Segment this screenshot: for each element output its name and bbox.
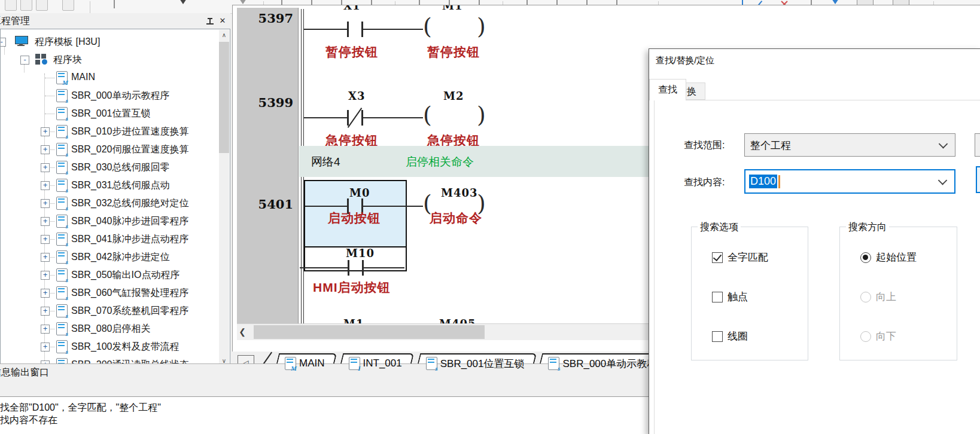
program-file-icon: s bbox=[56, 179, 68, 192]
tree-item[interactable]: + s SBR_080启停相关 bbox=[1, 320, 230, 338]
device-label: M403 bbox=[441, 187, 478, 199]
radio-label: 向上 bbox=[876, 290, 896, 304]
radio-icon[interactable] bbox=[860, 331, 871, 342]
program-file-icon: s bbox=[56, 322, 68, 335]
tree-expander[interactable]: + bbox=[41, 307, 50, 316]
search-content-value: D100 bbox=[749, 175, 777, 188]
contact-comment: 启动按钮 bbox=[328, 210, 381, 227]
partial-device-label: X1 bbox=[340, 5, 376, 13]
coil-symbol[interactable]: ) bbox=[477, 15, 486, 38]
contact-symbol[interactable] bbox=[347, 22, 349, 37]
checkbox-icon[interactable] bbox=[712, 252, 723, 263]
scroll-up-icon[interactable]: ∧ bbox=[219, 30, 229, 40]
radio-label: 向下 bbox=[876, 329, 896, 343]
dialog-tab[interactable]: 查找 bbox=[649, 79, 686, 100]
tree-item[interactable]: + s SBR_020伺服位置速度换算 bbox=[1, 140, 230, 158]
toolbar-icon-fragment[interactable] bbox=[36, 0, 48, 11]
tree-scrollbar[interactable]: ∧ ∨ bbox=[219, 30, 229, 366]
tree-expander[interactable]: - bbox=[20, 56, 29, 65]
tree-item[interactable]: + s SBR_041脉冲步进点动程序 bbox=[1, 230, 230, 248]
tree-item-label: SBR_001位置互锁 bbox=[71, 108, 151, 120]
tree-expander[interactable]: + bbox=[41, 235, 50, 244]
coil-symbol[interactable]: ( bbox=[423, 15, 432, 38]
tree-item[interactable]: + s SBR_100发料及皮带流程 bbox=[1, 338, 230, 356]
coil-symbol[interactable]: ) bbox=[477, 103, 486, 126]
toolbar-icon-fragment[interactable] bbox=[239, 0, 246, 4]
tree-expander[interactable]: + bbox=[41, 217, 50, 226]
tree-item-root[interactable]: - 程序模板 [H3U] bbox=[1, 33, 230, 51]
clipped-primary-button[interactable] bbox=[976, 166, 980, 193]
tree-item-program-blocks[interactable]: - 程序块 bbox=[1, 51, 230, 69]
tree-guide-stub bbox=[45, 114, 54, 114]
tree-expander[interactable]: + bbox=[41, 343, 50, 352]
tree-item-label: 程序模板 [H3U] bbox=[35, 36, 100, 48]
document-tab-label: SBR_000单动示教程序 bbox=[562, 357, 649, 371]
tree-expander[interactable]: + bbox=[41, 325, 50, 334]
coil-symbol[interactable]: ( bbox=[423, 103, 432, 126]
scroll-left-icon[interactable]: ❮ bbox=[237, 324, 248, 340]
tree-item[interactable]: + s SBR_060气缸报警处理程序 bbox=[1, 284, 230, 302]
tree-expander[interactable]: + bbox=[41, 127, 50, 136]
tree-item[interactable]: + s SBR_010步进位置速度换算 bbox=[1, 123, 230, 140]
group-legend: 搜索方向 bbox=[846, 221, 889, 234]
tree-expander[interactable]: + bbox=[41, 289, 50, 298]
toolbar-icon-fragment[interactable] bbox=[20, 0, 32, 11]
tree-item[interactable]: + s SBR_031总线伺服点动 bbox=[1, 176, 230, 194]
dialog-titlebar[interactable]: 查找/替换/定位 bbox=[649, 49, 980, 73]
tree-item[interactable]: + s SBR_032总线伺服绝对定位 bbox=[1, 194, 230, 212]
network-name: 网络4 bbox=[311, 154, 340, 170]
search-scope-select[interactable]: 整个工程 bbox=[744, 133, 955, 157]
program-file-icon: s bbox=[56, 143, 68, 156]
tree-expander[interactable]: - bbox=[0, 38, 6, 47]
toolbar-icon-fragment[interactable] bbox=[832, 0, 839, 4]
contact-symbol[interactable] bbox=[348, 260, 349, 276]
clipped-button[interactable] bbox=[975, 133, 980, 157]
radio-icon[interactable] bbox=[860, 292, 871, 302]
tree-item[interactable]: + s SBR_070系统整机回零程序 bbox=[1, 302, 230, 320]
checkbox-icon[interactable] bbox=[712, 331, 723, 342]
search-option-checkbox[interactable]: 全字匹配 bbox=[712, 250, 768, 264]
search-content-input[interactable]: D100 bbox=[744, 169, 955, 194]
tree-item[interactable]: + s SBR_050输出IO点动程序 bbox=[1, 266, 230, 284]
scrollbar-thumb[interactable] bbox=[254, 325, 485, 339]
toolbar-icon-fragment[interactable] bbox=[5, 0, 17, 11]
tree-expander[interactable]: + bbox=[41, 145, 50, 154]
partial-device-label: M1 bbox=[343, 317, 379, 323]
dialog-tab-strip: 查找 替换 批量替换 转至 bbox=[649, 79, 980, 100]
radio-icon[interactable] bbox=[860, 252, 871, 263]
search-option-checkbox[interactable]: 触点 bbox=[712, 290, 748, 304]
tree-expander[interactable]: + bbox=[41, 163, 50, 172]
search-direction-radio[interactable]: 起始位置 bbox=[860, 250, 917, 264]
search-direction-radio[interactable]: 向上 bbox=[860, 290, 896, 304]
contact-comment: 暂停按钮 bbox=[325, 44, 378, 60]
radio-label: 起始位置 bbox=[876, 250, 917, 264]
ladder-hscrollbar[interactable]: ❮ bbox=[237, 323, 650, 340]
coil-comment: 暂停按钮 bbox=[427, 44, 480, 60]
rung-number: 5401 bbox=[237, 197, 293, 212]
contact-symbol[interactable] bbox=[347, 110, 349, 126]
tree-item[interactable]: + s SBR_030总线伺服回零 bbox=[1, 158, 230, 176]
rung-number: 5397 bbox=[237, 11, 293, 26]
program-file-icon: s bbox=[548, 357, 559, 370]
tree-expander[interactable]: + bbox=[41, 253, 50, 262]
toolbar-icon-fragment[interactable] bbox=[179, 0, 187, 4]
search-option-checkbox[interactable]: 线圈 bbox=[712, 329, 748, 343]
toolbar-icon-fragment[interactable] bbox=[114, 0, 115, 8]
close-icon[interactable]: ✕ bbox=[218, 16, 227, 26]
tree-expander[interactable]: + bbox=[41, 181, 50, 190]
tree-expander[interactable]: + bbox=[41, 199, 50, 208]
tree-item[interactable]: + s SBR_042脉冲步进定位 bbox=[1, 248, 230, 266]
tree-item[interactable]: + s SBR_040脉冲步进回零程序 bbox=[1, 212, 230, 230]
find-replace-dialog: 查找/替换/定位 查找 替换 批量替换 转至 查找范围: 整个工程 查找内容: bbox=[649, 48, 980, 434]
search-direction-group: 搜索方向 起始位置 向上 向下 bbox=[839, 227, 957, 360]
checkbox-icon[interactable] bbox=[712, 292, 723, 302]
toolbar-icon-fragment[interactable] bbox=[62, 0, 74, 11]
search-direction-radio[interactable]: 向下 bbox=[860, 329, 896, 343]
tree-expander[interactable]: + bbox=[41, 271, 50, 280]
scrollbar-thumb[interactable] bbox=[219, 42, 229, 153]
program-file-icon: s bbox=[56, 286, 68, 299]
tree-item[interactable]: s SBR_001位置互锁 bbox=[1, 105, 230, 123]
tree-item[interactable]: M MAIN bbox=[1, 69, 230, 87]
tree-item[interactable]: s SBR_000单动示教程序 bbox=[1, 87, 230, 105]
pin-icon[interactable] bbox=[206, 18, 215, 26]
